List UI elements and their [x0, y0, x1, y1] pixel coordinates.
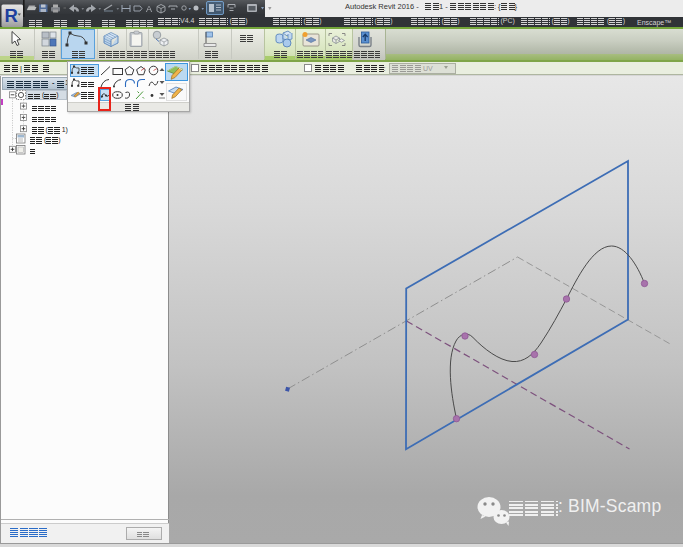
svg-text:R: R: [5, 5, 18, 26]
svg-text:A: A: [146, 4, 152, 14]
